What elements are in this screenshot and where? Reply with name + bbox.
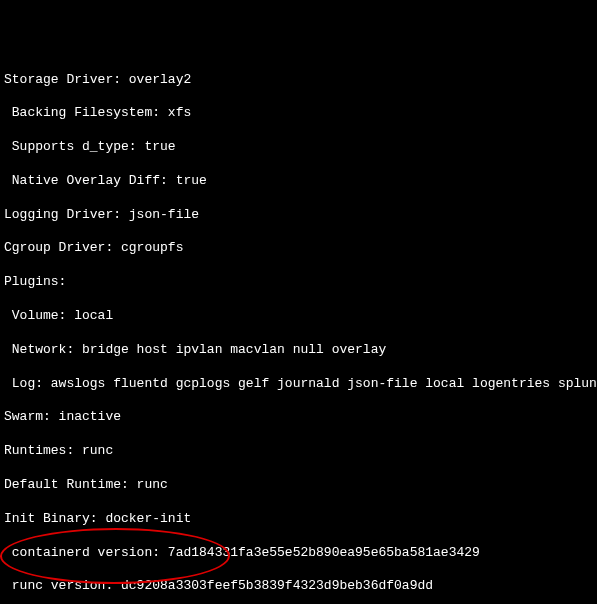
- terminal-line: Supports d_type: true: [4, 139, 593, 156]
- terminal-line: Volume: local: [4, 308, 593, 325]
- terminal-line: Logging Driver: json-file: [4, 207, 593, 224]
- terminal-line: Cgroup Driver: cgroupfs: [4, 240, 593, 257]
- terminal-line: Log: awslogs fluentd gcplogs gelf journa…: [4, 376, 593, 393]
- terminal-line: Runtimes: runc: [4, 443, 593, 460]
- terminal-line: Default Runtime: runc: [4, 477, 593, 494]
- terminal-line: Backing Filesystem: xfs: [4, 105, 593, 122]
- terminal-line: Swarm: inactive: [4, 409, 593, 426]
- terminal-line: Plugins:: [4, 274, 593, 291]
- terminal-line: Network: bridge host ipvlan macvlan null…: [4, 342, 593, 359]
- terminal-line: Storage Driver: overlay2: [4, 72, 593, 89]
- terminal-line: containerd version: 7ad184331fa3e55e52b8…: [4, 545, 593, 562]
- terminal-line: runc version: dc9208a3303feef5b3839f4323…: [4, 578, 593, 595]
- terminal-line: Init Binary: docker-init: [4, 511, 593, 528]
- terminal-line: Native Overlay Diff: true: [4, 173, 593, 190]
